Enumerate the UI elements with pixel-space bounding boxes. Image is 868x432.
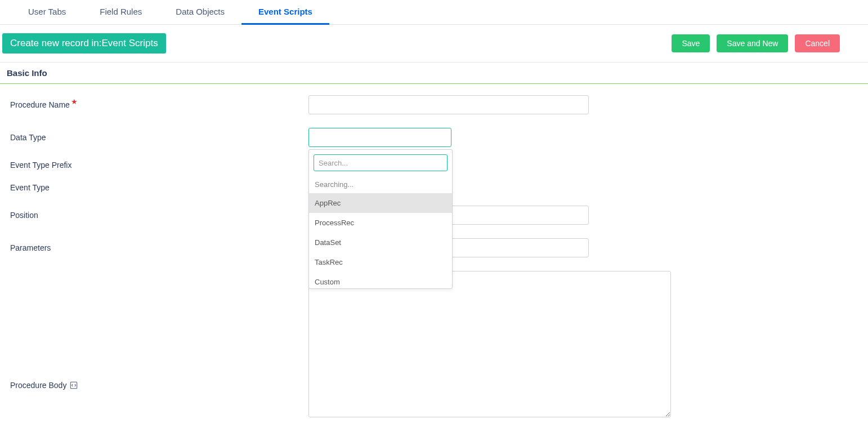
tab-field-rules[interactable]: Field Rules	[83, 0, 159, 25]
data-type-input[interactable]	[308, 128, 451, 147]
row-procedure-name: Procedure Name★	[10, 95, 858, 114]
tab-user-tabs[interactable]: User Tabs	[11, 0, 83, 25]
label-event-type: Event Type	[10, 183, 308, 192]
label-parameters: Parameters	[10, 243, 308, 252]
label-data-type: Data Type	[10, 133, 308, 142]
form-container: Procedure Name★ Data Type Searching... A…	[0, 84, 868, 432]
save-button[interactable]: Save	[672, 34, 710, 52]
label-procedure-body: Procedure Body	[10, 381, 308, 390]
dropdown-item-custom[interactable]: Custom	[309, 272, 452, 288]
tab-event-scripts[interactable]: Event Scripts	[241, 0, 329, 25]
tabs-nav: User Tabs Field Rules Data Objects Event…	[0, 0, 868, 25]
dropdown-item-dataset[interactable]: DataSet	[309, 233, 452, 252]
cancel-button[interactable]: Cancel	[795, 34, 840, 52]
procedure-name-input[interactable]	[308, 95, 589, 114]
save-and-new-button[interactable]: Save and New	[717, 34, 788, 52]
dropdown-item-apprec[interactable]: AppRec	[309, 193, 452, 213]
data-type-dropdown: Searching... AppRec ProcessRec DataSet T…	[308, 149, 453, 289]
label-event-type-prefix: Event Type Prefix	[10, 161, 308, 170]
code-icon	[70, 381, 78, 389]
tab-data-objects[interactable]: Data Objects	[159, 0, 241, 25]
header-row: Create new record in:Event Scripts Save …	[0, 25, 868, 63]
section-header: Basic Info	[0, 63, 868, 84]
procedure-body-textarea[interactable]	[308, 271, 671, 417]
dropdown-status: Searching...	[309, 176, 452, 193]
label-position: Position	[10, 211, 308, 220]
dropdown-search-wrap	[309, 150, 452, 176]
label-procedure-name: Procedure Name★	[10, 100, 308, 109]
row-data-type: Data Type Searching... AppRec ProcessRec…	[10, 128, 858, 147]
required-star-icon: ★	[71, 97, 78, 106]
page-title: Create new record in:Event Scripts	[2, 33, 166, 54]
dropdown-item-taskrec[interactable]: TaskRec	[309, 252, 452, 272]
dropdown-search-input[interactable]	[314, 154, 448, 171]
dropdown-item-processrec[interactable]: ProcessRec	[309, 213, 452, 233]
button-group: Save Save and New Cancel	[672, 34, 857, 52]
row-procedure-body: Procedure Body	[10, 271, 858, 417]
dropdown-list[interactable]: Searching... AppRec ProcessRec DataSet T…	[309, 176, 452, 288]
